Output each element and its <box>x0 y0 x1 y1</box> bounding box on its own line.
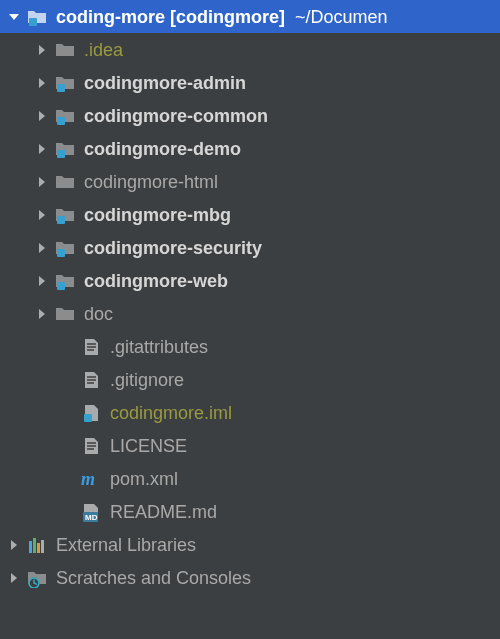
tree-item-label: codingmore-demo <box>84 140 241 158</box>
tree-item-label: codingmore-common <box>84 107 268 125</box>
chevron-right-icon[interactable] <box>34 110 50 122</box>
file-iml-icon <box>80 403 102 423</box>
svg-rect-11 <box>29 18 37 26</box>
tree-item[interactable]: codingmore.iml <box>0 396 500 429</box>
tree-item[interactable]: .gitignore <box>0 363 500 396</box>
tree-item-label: LICENSE <box>110 437 187 455</box>
module-icon <box>54 139 76 159</box>
module-icon <box>54 271 76 291</box>
module-icon <box>54 238 76 258</box>
tree-item[interactable]: codingmore-demo <box>0 132 500 165</box>
tree-item[interactable]: pom.xml <box>0 462 500 495</box>
tree-item-label: codingmore-mbg <box>84 206 231 224</box>
module-icon <box>54 205 76 225</box>
tree-item[interactable]: README.md <box>0 495 500 528</box>
tree-item[interactable]: codingmore-html <box>0 165 500 198</box>
tree-item[interactable]: LICENSE <box>0 429 500 462</box>
file-text-icon <box>80 436 102 456</box>
file-pom-icon <box>80 469 102 489</box>
chevron-right-icon[interactable] <box>34 143 50 155</box>
project-tree: coding-more [codingmore] ~/Documen .idea… <box>0 0 500 594</box>
module-folder-icon <box>26 7 48 27</box>
tree-item-label: codingmore-security <box>84 239 262 257</box>
tree-item[interactable]: .gitattributes <box>0 330 500 363</box>
chevron-right-icon[interactable] <box>34 275 50 287</box>
tree-item[interactable]: Scratches and Consoles <box>0 561 500 594</box>
tree-item-label: pom.xml <box>110 470 178 488</box>
folder-icon <box>54 172 76 192</box>
tree-item[interactable]: codingmore-admin <box>0 66 500 99</box>
root-row[interactable]: coding-more [codingmore] ~/Documen <box>0 0 500 33</box>
file-md-icon <box>80 502 102 522</box>
chevron-right-icon[interactable] <box>34 308 50 320</box>
folder-icon <box>54 304 76 324</box>
tree-item[interactable]: doc <box>0 297 500 330</box>
chevron-right-icon[interactable] <box>6 572 22 584</box>
folder-icon <box>54 40 76 60</box>
tree-item-label: codingmore.iml <box>110 404 232 422</box>
file-text-icon <box>80 337 102 357</box>
tree-item-label: doc <box>84 305 113 323</box>
chevron-right-icon[interactable] <box>34 242 50 254</box>
libs-icon <box>26 535 48 555</box>
root-spacer2 <box>285 8 295 26</box>
tree-item-label: .gitignore <box>110 371 184 389</box>
root-name: coding-more <box>56 8 165 26</box>
chevron-right-icon[interactable] <box>34 77 50 89</box>
tree-item-label: Scratches and Consoles <box>56 569 251 587</box>
tree-item-label: codingmore-web <box>84 272 228 290</box>
tree-item[interactable]: codingmore-mbg <box>0 198 500 231</box>
root-path: ~/Documen <box>295 8 388 26</box>
module-icon <box>54 73 76 93</box>
root-bracket: [codingmore] <box>170 8 285 26</box>
chevron-right-icon[interactable] <box>34 209 50 221</box>
chevron-right-icon[interactable] <box>6 539 22 551</box>
tree-item-label: .idea <box>84 41 123 59</box>
tree-item[interactable]: codingmore-security <box>0 231 500 264</box>
module-icon <box>54 106 76 126</box>
chevron-down-icon[interactable] <box>6 11 22 23</box>
tree-item-label: codingmore-html <box>84 173 218 191</box>
tree-item[interactable]: .idea <box>0 33 500 66</box>
tree-item-label: .gitattributes <box>110 338 208 356</box>
chevron-right-icon[interactable] <box>34 44 50 56</box>
tree-item[interactable]: codingmore-web <box>0 264 500 297</box>
tree-item[interactable]: External Libraries <box>0 528 500 561</box>
tree-item-label: External Libraries <box>56 536 196 554</box>
tree-item-label: README.md <box>110 503 217 521</box>
file-text-icon <box>80 370 102 390</box>
scratches-icon <box>26 568 48 588</box>
tree-item[interactable]: codingmore-common <box>0 99 500 132</box>
chevron-right-icon[interactable] <box>34 176 50 188</box>
tree-item-label: codingmore-admin <box>84 74 246 92</box>
